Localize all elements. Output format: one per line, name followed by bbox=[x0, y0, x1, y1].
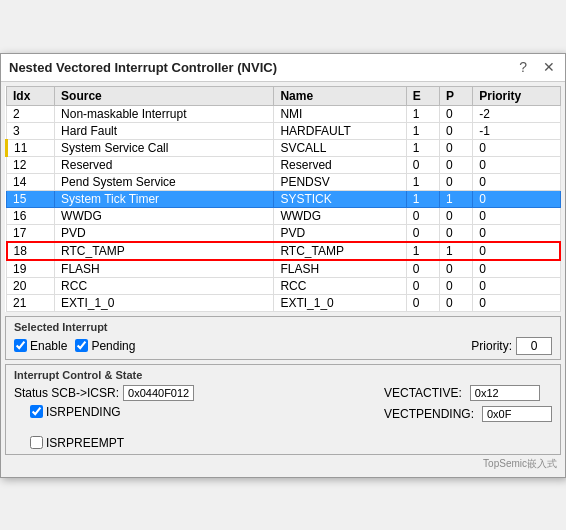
priority-row: Priority: bbox=[471, 337, 552, 355]
interrupt-control-title: Interrupt Control & State bbox=[14, 369, 552, 381]
table-row[interactable]: 14Pend System ServicePENDSV100 bbox=[7, 173, 561, 190]
help-button[interactable]: ? bbox=[517, 60, 529, 74]
vectpending-label: VECTPENDING: bbox=[384, 407, 474, 421]
main-content: Idx Source Name E P Priority 2Non-maskab… bbox=[1, 82, 565, 477]
selected-interrupt-panel: Selected Interrupt Enable Pending Priori… bbox=[5, 316, 561, 360]
pending-checkbox[interactable] bbox=[75, 339, 88, 352]
status-row: Status SCB->ICSR: 0x0440F012 bbox=[14, 385, 376, 401]
control-right: VECTACTIVE: 0x12 VECTPENDING: 0x0F bbox=[384, 385, 552, 422]
table-row[interactable]: 15System Tick TimerSYSTICK110 bbox=[7, 190, 561, 207]
enable-checkbox[interactable] bbox=[14, 339, 27, 352]
col-priority: Priority bbox=[473, 86, 560, 105]
table-row[interactable]: 21EXTI_1_0EXTI_1_0000 bbox=[7, 294, 561, 311]
table-row[interactable]: 12ReservedReserved000 bbox=[7, 156, 561, 173]
checkbox-group: ISRPENDING ISRPREEMPT bbox=[30, 405, 376, 450]
col-source: Source bbox=[55, 86, 274, 105]
table-row[interactable]: 2Non-maskable InterruptNMI10-2 bbox=[7, 105, 561, 122]
control-layout: Status SCB->ICSR: 0x0440F012 ISRPENDING … bbox=[14, 385, 552, 450]
table-row[interactable]: 18RTC_TAMPRTC_TAMP110 bbox=[7, 242, 561, 260]
title-bar-controls: ? ✕ bbox=[517, 60, 557, 74]
priority-input[interactable] bbox=[516, 337, 552, 355]
isrpreempt-text: ISRPREEMPT bbox=[46, 436, 124, 450]
control-left: Status SCB->ICSR: 0x0440F012 ISRPENDING … bbox=[14, 385, 376, 450]
priority-label: Priority: bbox=[471, 339, 512, 353]
col-name: Name bbox=[274, 86, 406, 105]
enable-label: Enable bbox=[30, 339, 67, 353]
table-row[interactable]: 11System Service CallSVCALL100 bbox=[7, 139, 561, 156]
table-row[interactable]: 19FLASHFLASH000 bbox=[7, 260, 561, 278]
table-row[interactable]: 20RCCRCC000 bbox=[7, 277, 561, 294]
title-bar: Nested Vectored Interrupt Controller (NV… bbox=[1, 54, 565, 82]
close-button[interactable]: ✕ bbox=[541, 60, 557, 74]
interrupt-table: Idx Source Name E P Priority 2Non-maskab… bbox=[5, 86, 561, 312]
nvic-window: Nested Vectored Interrupt Controller (NV… bbox=[0, 53, 566, 478]
selected-interrupt-title: Selected Interrupt bbox=[14, 321, 552, 333]
enable-checkbox-label[interactable]: Enable bbox=[14, 339, 67, 353]
vectactive-row: VECTACTIVE: 0x12 bbox=[384, 385, 552, 401]
watermark: TopSemic嵌入式 bbox=[5, 455, 561, 473]
window-title: Nested Vectored Interrupt Controller (NV… bbox=[9, 60, 277, 75]
status-value: 0x0440F012 bbox=[123, 385, 194, 401]
isrpreempt-checkbox[interactable] bbox=[30, 436, 43, 449]
pending-label: Pending bbox=[91, 339, 135, 353]
isrpreempt-label[interactable]: ISRPREEMPT bbox=[30, 436, 376, 450]
col-idx: Idx bbox=[7, 86, 55, 105]
vectpending-row: VECTPENDING: 0x0F bbox=[384, 406, 552, 422]
isrpending-label[interactable]: ISRPENDING bbox=[30, 405, 376, 419]
pending-checkbox-label[interactable]: Pending bbox=[75, 339, 135, 353]
col-p: P bbox=[439, 86, 472, 105]
vectactive-label: VECTACTIVE: bbox=[384, 386, 462, 400]
col-e: E bbox=[406, 86, 439, 105]
table-row[interactable]: 16WWDGWWDG000 bbox=[7, 207, 561, 224]
isrpending-text: ISRPENDING bbox=[46, 405, 121, 419]
status-label: Status SCB->ICSR: bbox=[14, 386, 119, 400]
table-row[interactable]: 17PVDPVD000 bbox=[7, 224, 561, 242]
vectactive-value: 0x12 bbox=[470, 385, 540, 401]
table-header-row: Idx Source Name E P Priority bbox=[7, 86, 561, 105]
table-row[interactable]: 3Hard FaultHARDFAULT10-1 bbox=[7, 122, 561, 139]
selected-interrupt-row: Enable Pending Priority: bbox=[14, 337, 552, 355]
isrpending-checkbox[interactable] bbox=[30, 405, 43, 418]
interrupt-control-panel: Interrupt Control & State Status SCB->IC… bbox=[5, 364, 561, 455]
vectpending-value: 0x0F bbox=[482, 406, 552, 422]
